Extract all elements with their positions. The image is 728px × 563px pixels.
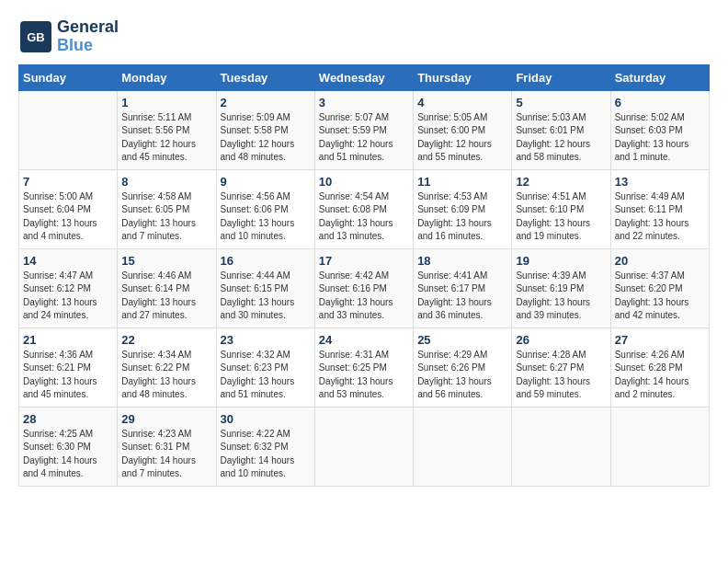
day-number: 3 [319,96,409,109]
day-number: 17 [319,254,409,268]
day-number: 22 [121,333,211,347]
day-info: Sunrise: 4:36 AMSunset: 6:21 PMDaylight:… [23,349,113,402]
calendar-day: 17Sunrise: 4:42 AMSunset: 6:16 PMDayligh… [314,248,413,327]
day-number: 15 [121,254,211,268]
day-info: Sunrise: 4:31 AMSunset: 6:25 PMDaylight:… [319,349,409,402]
day-info: Sunrise: 5:07 AMSunset: 5:59 PMDaylight:… [319,111,409,165]
day-number: 13 [615,175,705,189]
day-number: 30 [221,412,311,426]
day-info: Sunrise: 5:11 AMSunset: 5:56 PMDaylight:… [121,111,211,165]
day-number: 28 [23,412,113,426]
day-number: 25 [417,333,507,347]
calendar-day: 12Sunrise: 4:51 AMSunset: 6:10 PMDayligh… [512,169,610,248]
calendar-day: 20Sunrise: 4:37 AMSunset: 6:20 PMDayligh… [610,248,709,327]
header: GB General Blue [18,18,710,55]
day-info: Sunrise: 4:58 AMSunset: 6:05 PMDaylight:… [121,190,211,244]
calendar-day: 25Sunrise: 4:29 AMSunset: 6:26 PMDayligh… [414,327,512,407]
calendar-day: 2Sunrise: 5:09 AMSunset: 5:58 PMDaylight… [216,90,314,169]
calendar-header: SundayMondayTuesdayWednesdayThursdayFrid… [19,64,710,90]
calendar-day: 11Sunrise: 4:53 AMSunset: 6:09 PMDayligh… [414,169,512,248]
calendar-week-2: 7Sunrise: 5:00 AMSunset: 6:04 PMDaylight… [19,169,710,248]
day-number: 18 [417,254,507,268]
calendar-day: 4Sunrise: 5:05 AMSunset: 6:00 PMDaylight… [414,90,512,169]
day-info: Sunrise: 4:49 AMSunset: 6:11 PMDaylight:… [615,190,705,244]
logo: GB General Blue [18,18,119,55]
calendar-day [314,407,413,486]
weekday-header-sunday: Sunday [19,64,118,90]
day-info: Sunrise: 5:09 AMSunset: 5:58 PMDaylight:… [221,111,311,165]
day-number: 27 [615,333,705,347]
calendar-day: 19Sunrise: 4:39 AMSunset: 6:19 PMDayligh… [512,248,610,327]
calendar-day: 16Sunrise: 4:44 AMSunset: 6:15 PMDayligh… [216,248,314,327]
day-info: Sunrise: 4:41 AMSunset: 6:17 PMDaylight:… [417,270,507,323]
calendar-day [512,407,610,486]
calendar-day [610,407,709,486]
calendar-day [19,90,118,169]
calendar-day: 9Sunrise: 4:56 AMSunset: 6:06 PMDaylight… [216,169,314,248]
calendar-week-1: 1Sunrise: 5:11 AMSunset: 5:56 PMDaylight… [19,90,710,169]
day-number: 16 [221,254,311,268]
day-info: Sunrise: 4:56 AMSunset: 6:06 PMDaylight:… [221,190,311,244]
calendar-day: 8Sunrise: 4:58 AMSunset: 6:05 PMDaylight… [118,169,216,248]
calendar-day: 24Sunrise: 4:31 AMSunset: 6:25 PMDayligh… [314,327,413,407]
day-info: Sunrise: 4:32 AMSunset: 6:23 PMDaylight:… [221,349,311,402]
day-info: Sunrise: 4:22 AMSunset: 6:32 PMDaylight:… [221,428,311,481]
calendar-day: 3Sunrise: 5:07 AMSunset: 5:59 PMDaylight… [314,90,413,169]
day-number: 29 [121,412,211,426]
weekday-header-thursday: Thursday [414,64,512,90]
day-number: 8 [121,175,211,189]
day-number: 1 [121,96,211,109]
day-info: Sunrise: 4:29 AMSunset: 6:26 PMDaylight:… [417,349,507,402]
calendar-day: 28Sunrise: 4:25 AMSunset: 6:30 PMDayligh… [19,407,118,486]
calendar-day: 14Sunrise: 4:47 AMSunset: 6:12 PMDayligh… [19,248,118,327]
day-number: 14 [23,254,113,268]
logo-general: General [57,18,119,37]
day-info: Sunrise: 5:02 AMSunset: 6:03 PMDaylight:… [615,111,705,165]
logo-blue: Blue [57,37,119,55]
calendar-day: 15Sunrise: 4:46 AMSunset: 6:14 PMDayligh… [118,248,216,327]
calendar-day: 23Sunrise: 4:32 AMSunset: 6:23 PMDayligh… [216,327,314,407]
calendar-day: 6Sunrise: 5:02 AMSunset: 6:03 PMDaylight… [610,90,709,169]
calendar-day: 30Sunrise: 4:22 AMSunset: 6:32 PMDayligh… [216,407,314,486]
day-number: 7 [23,175,113,189]
day-number: 11 [417,175,507,189]
day-number: 2 [221,96,311,109]
day-info: Sunrise: 4:54 AMSunset: 6:08 PMDaylight:… [319,190,409,244]
day-number: 12 [516,175,606,189]
day-number: 21 [23,333,113,347]
day-number: 26 [516,333,606,347]
calendar-day: 26Sunrise: 4:28 AMSunset: 6:27 PMDayligh… [512,327,610,407]
day-info: Sunrise: 5:05 AMSunset: 6:00 PMDaylight:… [417,111,507,165]
day-info: Sunrise: 4:28 AMSunset: 6:27 PMDaylight:… [516,349,606,402]
day-number: 20 [615,254,705,268]
day-info: Sunrise: 4:51 AMSunset: 6:10 PMDaylight:… [516,190,606,244]
calendar-day: 13Sunrise: 4:49 AMSunset: 6:11 PMDayligh… [610,169,709,248]
day-number: 4 [417,96,507,109]
day-number: 5 [516,96,606,109]
day-number: 19 [516,254,606,268]
calendar-day: 5Sunrise: 5:03 AMSunset: 6:01 PMDaylight… [512,90,610,169]
day-number: 10 [319,175,409,189]
svg-text:GB: GB [27,30,45,44]
day-number: 23 [221,333,311,347]
day-info: Sunrise: 4:25 AMSunset: 6:30 PMDaylight:… [23,428,113,481]
weekday-header-monday: Monday [118,64,216,90]
day-info: Sunrise: 5:00 AMSunset: 6:04 PMDaylight:… [23,190,113,244]
calendar-day: 22Sunrise: 4:34 AMSunset: 6:22 PMDayligh… [118,327,216,407]
calendar-day: 29Sunrise: 4:23 AMSunset: 6:31 PMDayligh… [118,407,216,486]
day-number: 24 [319,333,409,347]
day-info: Sunrise: 4:39 AMSunset: 6:19 PMDaylight:… [516,270,606,323]
calendar-day: 1Sunrise: 5:11 AMSunset: 5:56 PMDaylight… [118,90,216,169]
day-info: Sunrise: 4:26 AMSunset: 6:28 PMDaylight:… [615,349,705,402]
calendar-week-5: 28Sunrise: 4:25 AMSunset: 6:30 PMDayligh… [19,407,710,486]
weekday-header-friday: Friday [512,64,610,90]
calendar-day: 21Sunrise: 4:36 AMSunset: 6:21 PMDayligh… [19,327,118,407]
calendar-day: 18Sunrise: 4:41 AMSunset: 6:17 PMDayligh… [414,248,512,327]
day-info: Sunrise: 4:34 AMSunset: 6:22 PMDaylight:… [121,349,211,402]
day-number: 9 [221,175,311,189]
calendar-table: SundayMondayTuesdayWednesdayThursdayFrid… [18,64,710,487]
calendar-day: 27Sunrise: 4:26 AMSunset: 6:28 PMDayligh… [610,327,709,407]
weekday-header-wednesday: Wednesday [314,64,413,90]
calendar-week-3: 14Sunrise: 4:47 AMSunset: 6:12 PMDayligh… [19,248,710,327]
day-info: Sunrise: 4:47 AMSunset: 6:12 PMDaylight:… [23,270,113,323]
